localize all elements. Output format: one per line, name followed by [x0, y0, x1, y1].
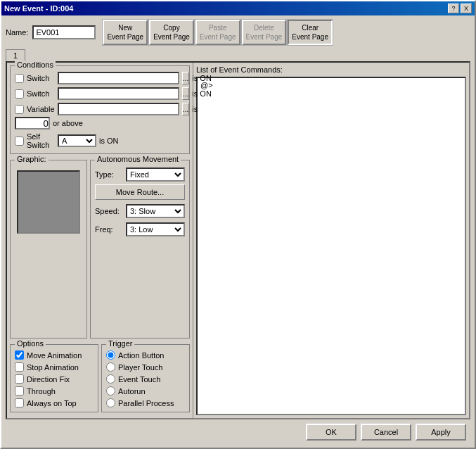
options-group: Options Move Animation Stop Animation Di…: [10, 344, 98, 412]
switch1-row: Switch ... is ON: [15, 72, 185, 84]
switch2-row: Switch ... is ON: [15, 87, 185, 100]
title-bar-buttons: ? X: [448, 4, 472, 13]
autorun-row: Autorun: [106, 386, 185, 396]
graphic-preview[interactable]: [17, 170, 80, 234]
window-content: Name: NewEvent Page CopyEvent Page Paste…: [1, 15, 475, 448]
name-label: Name:: [6, 28, 28, 37]
graphic-title: Graphic:: [15, 155, 49, 163]
through-label: Through: [27, 387, 56, 396]
move-route-button[interactable]: Move Route...: [95, 184, 185, 200]
graphic-group: Graphic:: [10, 160, 87, 339]
switch2-input[interactable]: [58, 87, 179, 100]
event-commands-area[interactable]: @>: [196, 77, 466, 415]
variable-browse-button[interactable]: ...: [182, 103, 189, 115]
apply-button[interactable]: Apply: [416, 424, 466, 441]
self-switch-row: SelfSwitch A B C D is ON: [15, 132, 185, 149]
variable-checkbox[interactable]: [15, 105, 24, 114]
always-on-top-checkbox[interactable]: [15, 398, 24, 407]
type-label: Type:: [95, 170, 123, 179]
main-window: New Event - ID:004 ? X Name: NewEvent Pa…: [0, 0, 476, 449]
player-touch-radio[interactable]: [106, 362, 115, 372]
copy-event-page-button[interactable]: CopyEvent Page: [149, 20, 194, 45]
switch2-browse-button[interactable]: ...: [182, 87, 189, 100]
name-row: Name: NewEvent Page CopyEvent Page Paste…: [6, 20, 470, 45]
variable-row: Variable ... is: [15, 103, 185, 115]
cancel-button[interactable]: Cancel: [361, 424, 411, 441]
switch1-input[interactable]: [58, 72, 179, 84]
freq-row: Freq: 1: Lowest 2: Lower 3: Low 4: Norma…: [95, 222, 185, 236]
event-touch-label: Event Touch: [118, 375, 160, 384]
switch1-label: Switch: [27, 74, 55, 82]
move-animation-checkbox[interactable]: [15, 350, 24, 360]
action-button-radio[interactable]: [106, 350, 115, 360]
new-event-page-button[interactable]: NewEvent Page: [103, 20, 148, 45]
speed-row: Speed: 1: Slowest 2: Slower 3: Slow 4: N…: [95, 204, 185, 218]
left-panel: Conditions Switch ... is ON Switch: [7, 63, 193, 418]
switch2-label: Switch: [27, 89, 55, 98]
stop-animation-row: Stop Animation: [15, 362, 94, 372]
ok-button[interactable]: OK: [306, 424, 356, 441]
action-button-row: Action Button: [106, 350, 185, 360]
parallel-process-radio[interactable]: [106, 398, 115, 407]
help-button[interactable]: ?: [448, 4, 459, 13]
direction-fix-checkbox[interactable]: [15, 374, 24, 384]
switch1-checkbox[interactable]: [15, 74, 24, 83]
stop-animation-label: Stop Animation: [27, 363, 79, 372]
self-switch-label: SelfSwitch: [27, 132, 55, 149]
player-touch-row: Player Touch: [106, 362, 185, 372]
variable-label: Variable: [27, 105, 55, 113]
self-switch-is-on: is ON: [99, 137, 119, 145]
bottom-section: Graphic: Autonomous Movement Type: Fixed…: [10, 160, 190, 341]
options-title: Options: [15, 339, 46, 348]
switch2-is-on: is ON: [192, 89, 212, 98]
event-touch-row: Event Touch: [106, 374, 185, 384]
freq-label: Freq:: [95, 225, 123, 234]
action-button-label: Action Button: [118, 351, 164, 360]
tab-row: 1: [6, 49, 470, 61]
type-row: Type: Fixed Random Approach Custom: [95, 167, 185, 182]
name-input[interactable]: [32, 25, 96, 39]
self-switch-checkbox[interactable]: [15, 137, 24, 146]
toolbar-buttons: NewEvent Page CopyEvent Page PasteEvent …: [103, 20, 333, 45]
direction-fix-row: Direction Fix: [15, 374, 94, 384]
trigger-group: Trigger Action Button Player Touch Event…: [101, 344, 190, 412]
tab-1[interactable]: 1: [6, 49, 25, 61]
variable-sub-row: or above: [15, 117, 185, 129]
clear-event-page-button[interactable]: ClearEvent Page: [288, 20, 333, 45]
always-on-top-row: Always on Top: [15, 398, 94, 407]
parallel-process-label: Parallel Process: [118, 399, 174, 407]
autorun-radio[interactable]: [106, 386, 115, 396]
variable-is: is: [192, 105, 198, 113]
move-animation-row: Move Animation: [15, 350, 94, 360]
window-title: New Event - ID:004: [4, 4, 73, 13]
stop-animation-checkbox[interactable]: [15, 362, 24, 372]
move-animation-label: Move Animation: [27, 351, 82, 360]
options-trigger-row: Options Move Animation Stop Animation Di…: [10, 344, 190, 415]
switch1-browse-button[interactable]: ...: [182, 72, 189, 84]
autorun-label: Autorun: [118, 387, 146, 396]
switch2-checkbox[interactable]: [15, 89, 24, 99]
self-switch-select[interactable]: A B C D: [58, 134, 96, 147]
event-commands-title: List of Event Commands:: [196, 65, 466, 74]
through-checkbox[interactable]: [15, 386, 24, 396]
paste-event-page-button[interactable]: PasteEvent Page: [195, 20, 240, 45]
variable-input[interactable]: [58, 103, 179, 115]
conditions-group: Conditions Switch ... is ON Switch: [10, 65, 190, 154]
right-panel: List of Event Commands: @>: [193, 63, 469, 418]
event-touch-radio[interactable]: [106, 374, 115, 384]
type-select[interactable]: Fixed Random Approach Custom: [126, 167, 185, 182]
trigger-title: Trigger: [106, 339, 134, 348]
delete-event-page-button[interactable]: DeleteEvent Page: [242, 20, 287, 45]
always-on-top-label: Always on Top: [27, 399, 77, 407]
player-touch-label: Player Touch: [118, 363, 162, 372]
speed-label: Speed:: [95, 207, 123, 215]
main-area: Conditions Switch ... is ON Switch: [6, 61, 470, 419]
autonomous-movement-group: Autonomous Movement Type: Fixed Random A…: [90, 160, 190, 339]
close-button[interactable]: X: [461, 4, 472, 13]
through-row: Through: [15, 386, 94, 396]
conditions-title: Conditions: [15, 61, 56, 69]
speed-select[interactable]: 1: Slowest 2: Slower 3: Slow 4: Normal 5…: [126, 204, 185, 218]
variable-value-input[interactable]: [15, 117, 50, 129]
footer-buttons: OK Cancel Apply: [6, 419, 470, 443]
freq-select[interactable]: 1: Lowest 2: Lower 3: Low 4: Normal 5: H…: [126, 222, 185, 236]
